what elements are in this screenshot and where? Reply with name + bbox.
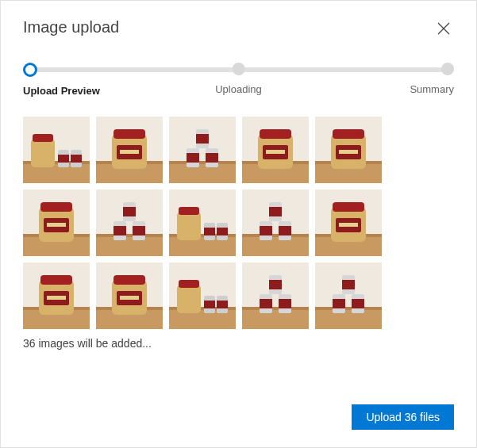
svg-rect-104 [217, 301, 228, 308]
svg-rect-49 [96, 235, 163, 256]
thumbnail[interactable] [23, 117, 90, 183]
svg-rect-54 [113, 226, 126, 235]
svg-rect-113 [279, 299, 291, 308]
svg-rect-122 [352, 299, 364, 308]
step-dot [441, 63, 454, 75]
svg-rect-111 [260, 299, 272, 308]
step-upload-preview: Upload Preview [23, 63, 100, 97]
svg-rect-60 [177, 212, 201, 240]
svg-rect-52 [123, 207, 136, 216]
step-uploading: Uploading [215, 63, 262, 95]
svg-rect-115 [315, 308, 382, 329]
svg-rect-70 [269, 207, 282, 216]
dialog-header: Image upload [23, 18, 454, 39]
svg-rect-47 [47, 223, 66, 227]
svg-rect-100 [179, 280, 199, 288]
thumbnail[interactable] [96, 190, 163, 256]
step-dot-active [23, 63, 37, 77]
close-icon [437, 21, 451, 36]
step-label: Upload Preview [23, 85, 100, 97]
svg-rect-72 [260, 226, 272, 235]
svg-rect-8 [58, 155, 69, 163]
svg-rect-61 [179, 207, 199, 215]
svg-rect-40 [339, 150, 358, 154]
svg-rect-118 [342, 280, 355, 289]
svg-rect-31 [260, 129, 291, 139]
svg-rect-45 [40, 202, 72, 212]
svg-rect-50 [96, 234, 163, 237]
thumbnail[interactable] [242, 262, 309, 329]
svg-rect-56 [133, 226, 145, 235]
svg-rect-81 [339, 223, 358, 227]
svg-rect-88 [47, 296, 66, 300]
thumbnail[interactable] [23, 190, 90, 256]
thumbnail[interactable] [169, 262, 236, 329]
svg-rect-33 [266, 150, 285, 154]
step-label: Uploading [215, 83, 262, 95]
thumbnail[interactable] [169, 117, 236, 183]
step-summary: Summary [410, 63, 454, 95]
svg-rect-20 [169, 161, 236, 164]
preview-content: 36 images will be added... [23, 117, 454, 395]
svg-rect-17 [120, 150, 139, 154]
progress-stepper: Upload Preview Uploading Summary [23, 63, 454, 102]
svg-rect-102 [204, 301, 215, 308]
step-label: Summary [410, 83, 454, 95]
svg-rect-67 [242, 235, 309, 256]
thumbnail[interactable] [242, 117, 309, 183]
svg-rect-63 [204, 228, 215, 235]
close-button[interactable] [433, 18, 454, 39]
svg-rect-74 [279, 226, 291, 235]
svg-rect-106 [242, 308, 309, 329]
svg-rect-79 [333, 202, 364, 212]
thumbnail-grid [23, 117, 454, 329]
svg-rect-19 [169, 163, 236, 183]
thumbnail[interactable] [96, 262, 163, 329]
thumbnail[interactable] [23, 262, 90, 329]
step-dot [232, 63, 244, 75]
dialog-title: Image upload [23, 18, 119, 36]
svg-rect-99 [177, 285, 201, 313]
dialog-footer: Upload 36 files [23, 395, 454, 430]
svg-rect-26 [206, 153, 218, 163]
thumbnail[interactable] [169, 190, 236, 256]
svg-rect-5 [31, 139, 55, 167]
thumbnail[interactable] [242, 190, 309, 256]
svg-rect-116 [315, 307, 382, 310]
svg-rect-65 [217, 228, 228, 235]
svg-rect-86 [40, 275, 72, 285]
svg-rect-120 [333, 299, 345, 308]
preview-caption: 36 images will be added... [23, 337, 454, 350]
svg-rect-10 [71, 155, 82, 163]
svg-rect-109 [269, 280, 282, 289]
svg-rect-68 [242, 234, 309, 237]
svg-rect-6 [33, 134, 53, 142]
thumbnail[interactable] [96, 117, 163, 183]
upload-button[interactable]: Upload 36 files [352, 404, 454, 430]
svg-rect-24 [187, 153, 199, 163]
svg-rect-15 [113, 129, 145, 139]
svg-rect-93 [113, 275, 145, 285]
thumbnail[interactable] [315, 190, 382, 256]
svg-rect-22 [196, 134, 209, 144]
thumbnail[interactable] [315, 262, 382, 329]
image-upload-dialog: Image upload Upload Preview Uploading Su… [0, 0, 477, 448]
svg-rect-95 [120, 296, 139, 300]
thumbnail[interactable] [315, 117, 382, 183]
svg-rect-107 [242, 307, 309, 310]
svg-rect-38 [333, 129, 364, 139]
